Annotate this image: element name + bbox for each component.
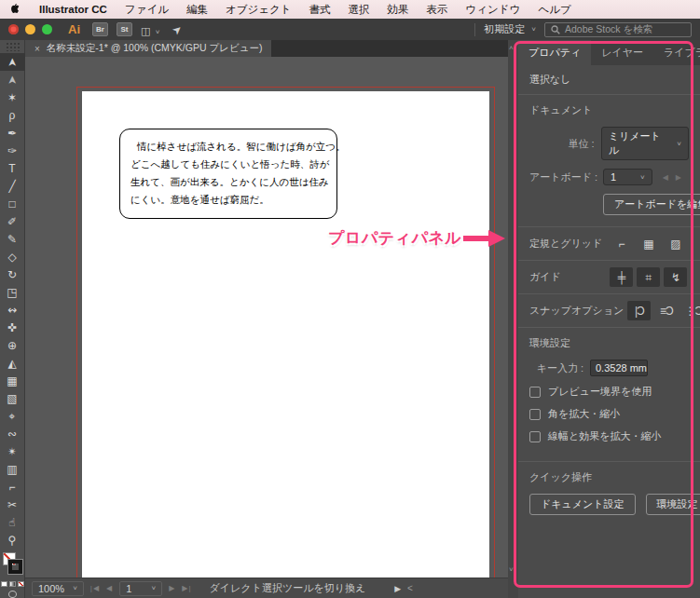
scale-tool[interactable]: ◳	[0, 283, 25, 301]
tab-layers[interactable]: レイヤー	[591, 40, 653, 65]
artboard-dropdown[interactable]: 1 ˅	[603, 169, 652, 185]
menu-item[interactable]: 選択	[349, 3, 370, 17]
direct-selection-tool[interactable]: ➤	[0, 71, 25, 88]
show-guides-icon[interactable]: ╪	[610, 267, 633, 287]
menu-item[interactable]: 効果	[388, 3, 409, 17]
collapse-down-icon[interactable]: ˅	[509, 565, 514, 574]
snap-to-point-icon[interactable]: ≡Ɔ	[654, 301, 678, 320]
adobe-stock-search-input[interactable]: Adobe Stock を検索	[544, 22, 692, 37]
apple-menu-icon[interactable]	[11, 4, 21, 15]
unit-dropdown[interactable]: ミリメートル ˅	[601, 127, 689, 160]
mesh-tool[interactable]: ▦	[0, 372, 25, 389]
menu-item[interactable]: 表示	[427, 3, 448, 17]
checkbox-unchecked[interactable]	[529, 431, 541, 442]
none-button[interactable]	[18, 581, 24, 587]
close-tab-icon[interactable]: ×	[34, 44, 40, 54]
workspace-switcher[interactable]: 初期設定 ˅	[484, 22, 536, 36]
paintbrush-tool[interactable]: ✐	[0, 212, 25, 230]
hand-tool[interactable]: ☝	[0, 513, 25, 531]
lasso-tool[interactable]: ρ	[0, 106, 25, 124]
snap-to-grid-icon[interactable]: |Ɔ	[627, 301, 651, 320]
smart-guides-icon[interactable]: ↯	[664, 267, 687, 287]
shape-builder-tool[interactable]: ⊕	[0, 336, 25, 354]
document-section: ドキュメント 単位 : ミリメートル ˅ アートボード : 1 ˅ ◀▶	[518, 94, 700, 226]
transparency-grid-icon[interactable]: ▨	[664, 234, 687, 253]
lock-guides-icon[interactable]: ⌗	[637, 267, 660, 287]
checkbox-unchecked[interactable]	[529, 387, 541, 398]
canvas[interactable]: 情に棹させば流される。智に働けば角が立つ。 どこへ越しても住みにくいと悟った時、…	[25, 57, 508, 578]
pen-tool[interactable]: ✒	[0, 124, 25, 142]
menu-item[interactable]: ファイル	[125, 3, 169, 17]
collapse-up-icon[interactable]: ˄	[509, 44, 514, 52]
status-back-icon[interactable]: <	[407, 583, 413, 593]
preference-checkbox-row[interactable]: 線幅と効果を拡大・縮小	[529, 429, 689, 443]
line-segment-tool[interactable]: ╱	[0, 177, 25, 195]
zoom-level-dropdown[interactable]: 100% ˅	[32, 581, 84, 596]
stroke-swatch[interactable]	[8, 560, 22, 574]
preference-checkbox-row[interactable]: プレビュー境界を使用	[529, 385, 689, 399]
width-tool[interactable]: ↭	[0, 301, 25, 319]
minimize-window-button[interactable]	[25, 24, 35, 34]
eyedropper-tool[interactable]: ⌖	[0, 407, 25, 425]
color-button[interactable]	[1, 581, 7, 587]
document-tab[interactable]: × 名称未設定-1* @ 100% (CMYK/GPU プレビュー)	[25, 40, 271, 57]
curvature-tool[interactable]: ✑	[0, 142, 25, 159]
app-menu[interactable]: Illustrator CC	[39, 4, 107, 15]
blend-tool[interactable]: ∾	[0, 425, 25, 442]
puppet-warp-tool[interactable]: ✜	[0, 319, 25, 336]
ruler-icon[interactable]: ⌐	[610, 234, 633, 253]
last-artboard-button[interactable]: ▶|	[182, 584, 191, 592]
shaper-tool[interactable]: ✎	[0, 230, 25, 248]
previous-artboard-button[interactable]: ◀	[106, 584, 113, 592]
annotation-label: プロパティパネル	[328, 227, 461, 249]
type-tool[interactable]: T	[0, 159, 25, 177]
arrange-documents-icon: ◫	[141, 25, 151, 36]
slice-tool[interactable]: ✂	[0, 496, 25, 513]
artboard[interactable]: 情に棹させば流される。智に働けば角が立つ。 どこへ越しても住みにくいと悟った時、…	[82, 91, 489, 578]
menu-item[interactable]: ヘルプ	[538, 3, 570, 17]
edit-artboards-button[interactable]: アートボードを編集	[603, 194, 700, 215]
status-options-icon[interactable]: ▶	[394, 584, 401, 593]
eraser-tool[interactable]: ◇	[0, 248, 25, 265]
column-graph-tool[interactable]: ▥	[0, 460, 25, 478]
perspective-grid-tool[interactable]: ◭	[0, 354, 25, 372]
text-frame[interactable]: 情に棹させば流される。智に働けば角が立つ。 どこへ越しても住みにくいと悟った時、…	[119, 129, 337, 219]
menu-item[interactable]: ウィンドウ	[466, 3, 521, 17]
gradient-tool[interactable]: ▧	[0, 389, 25, 407]
arrange-documents-button[interactable]: ◫ ˅	[141, 21, 160, 38]
share-icon[interactable]: ➤	[169, 21, 185, 37]
grid-icon[interactable]: ▦	[637, 234, 660, 253]
drawing-mode-button[interactable]	[8, 591, 17, 598]
next-artboard-button[interactable]: ▶	[169, 584, 175, 592]
preference-checkbox-row[interactable]: 角を拡大・縮小	[529, 407, 689, 421]
preferences-button[interactable]: 環境設定	[646, 494, 700, 515]
tab-properties[interactable]: プロパティ	[518, 40, 591, 65]
rotate-tool[interactable]: ↻	[0, 265, 25, 283]
artboard-tool[interactable]: ⌐	[0, 478, 25, 496]
artboard-label: アートボード :	[529, 170, 597, 184]
rectangle-tool[interactable]: □	[0, 195, 25, 212]
gradient-button[interactable]	[9, 581, 16, 587]
magic-wand-tool[interactable]: ✶	[0, 88, 25, 106]
document-setup-button[interactable]: ドキュメント設定	[529, 494, 636, 515]
keyboard-increment-field[interactable]: 0.3528 mm	[590, 360, 648, 376]
annotation: プロパティパネル	[328, 227, 506, 249]
tab-libraries[interactable]: ライブラリ	[653, 40, 700, 65]
stock-button[interactable]: St	[117, 22, 132, 36]
symbol-sprayer-tool[interactable]: ✴	[0, 442, 25, 460]
first-artboard-button[interactable]: |◀	[90, 584, 100, 592]
toolbar-grip[interactable]	[6, 42, 20, 51]
menu-item[interactable]: 書式	[309, 3, 331, 17]
artboard-navigation-dropdown[interactable]: 1 ˅	[119, 581, 162, 596]
artboard-prev-next-icons[interactable]: ◀▶	[663, 173, 689, 182]
close-window-button[interactable]	[8, 24, 19, 34]
zoom-window-button[interactable]	[42, 24, 52, 34]
selection-tool[interactable]: ➤	[0, 53, 25, 71]
checkbox-unchecked[interactable]	[529, 409, 541, 420]
snap-to-pixel-icon[interactable]: ⋮Ɔ	[681, 301, 700, 320]
menu-item[interactable]: 編集	[186, 3, 208, 17]
bridge-button[interactable]: Br	[92, 22, 108, 36]
section-title: クイック操作	[529, 470, 689, 484]
menu-item[interactable]: オブジェクト	[226, 3, 292, 17]
zoom-tool[interactable]: ⚲	[0, 531, 25, 549]
